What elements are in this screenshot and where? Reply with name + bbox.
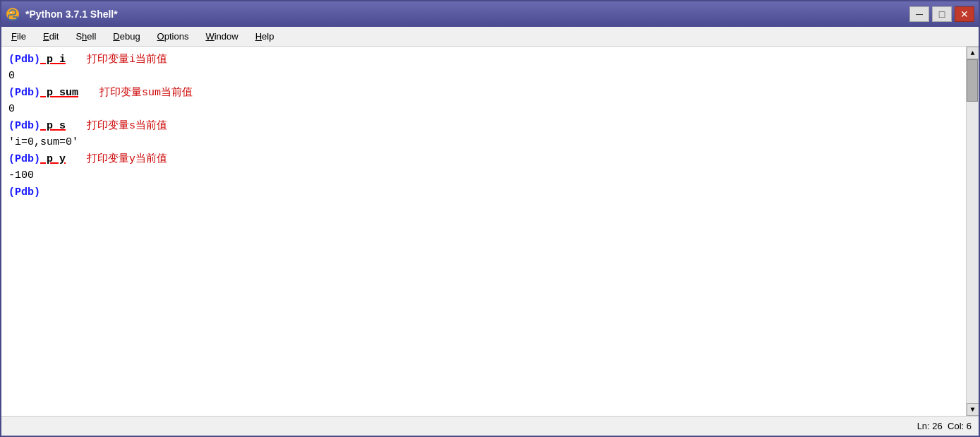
pdb-line-4: (Pdb) p y 打印变量y当前值: [8, 152, 959, 168]
pdb-output-1: 0: [8, 68, 959, 85]
pdb-output-4: -100: [8, 168, 959, 184]
menu-file[interactable]: File: [4, 30, 33, 43]
line-block-4: (Pdb) p y 打印变量y当前值 -100: [8, 152, 959, 184]
menubar: File Edit Shell Debug Options Window Hel…: [1, 27, 979, 47]
scrollbar: ▲ ▼: [966, 47, 979, 416]
window: *Python 3.7.1 Shell* ─ □ ✕ File Edit She…: [0, 0, 980, 437]
pdb-comment-1: 打印变量i当前值: [87, 52, 167, 68]
scrollbar-track[interactable]: [967, 59, 979, 403]
titlebar: *Python 3.7.1 Shell* ─ □ ✕: [1, 1, 979, 27]
close-button[interactable]: ✕: [955, 6, 974, 22]
svg-point-1: [11, 12, 12, 13]
window-title: *Python 3.7.1 Shell*: [25, 8, 118, 20]
restore-button[interactable]: □: [932, 6, 952, 22]
pdb-comment-4: 打印变量y当前值: [87, 152, 167, 168]
scrollbar-thumb[interactable]: [967, 59, 978, 102]
shell-content: (Pdb) p i 打印变量i当前值 0 (Pdb) p sum 打印变量sum…: [1, 47, 979, 416]
menu-edit[interactable]: Edit: [36, 30, 66, 43]
pdb-line-2: (Pdb) p sum 打印变量sum当前值: [8, 85, 959, 102]
pdb-prompt-5: (Pdb): [8, 185, 40, 201]
status-col: Col: 6: [948, 421, 972, 431]
pdb-output-2: 0: [8, 102, 959, 118]
titlebar-left: *Python 3.7.1 Shell*: [6, 7, 118, 21]
pdb-command-4: p y: [40, 152, 66, 168]
pdb-line-5: (Pdb): [8, 185, 959, 201]
pdb-prompt-1: (Pdb): [8, 52, 40, 68]
pdb-command-2: p sum: [40, 85, 78, 102]
menu-options[interactable]: Options: [150, 30, 196, 43]
pdb-line-3: (Pdb) p s 打印变量s当前值: [8, 119, 959, 135]
pdb-comment-2: 打印变量sum当前值: [99, 85, 193, 102]
menu-debug[interactable]: Debug: [106, 30, 147, 43]
line-block-2: (Pdb) p sum 打印变量sum当前值 0: [8, 85, 959, 117]
line-block-5: (Pdb): [8, 185, 959, 201]
scrollbar-up-button[interactable]: ▲: [967, 47, 979, 59]
statusbar: Ln: 26 Col: 6: [1, 416, 979, 436]
python-icon: [6, 7, 20, 21]
line-block-3: (Pdb) p s 打印变量s当前值 'i=0,sum=0': [8, 119, 959, 150]
pdb-output-3: 'i=0,sum=0': [8, 135, 959, 151]
pdb-command-1: p i: [40, 52, 66, 68]
minimize-button[interactable]: ─: [909, 6, 929, 22]
pdb-command-3: p s: [40, 119, 66, 135]
pdb-prompt-4: (Pdb): [8, 152, 40, 168]
menu-window[interactable]: Window: [198, 30, 245, 43]
pdb-prompt-3: (Pdb): [8, 119, 40, 135]
status-ln: Ln: 26: [917, 421, 943, 431]
scrollbar-down-button[interactable]: ▼: [967, 403, 979, 416]
shell-text-area[interactable]: (Pdb) p i 打印变量i当前值 0 (Pdb) p sum 打印变量sum…: [1, 47, 966, 416]
pdb-line-1: (Pdb) p i 打印变量i当前值: [8, 52, 959, 68]
menu-shell[interactable]: Shell: [68, 30, 103, 43]
titlebar-buttons: ─ □ ✕: [909, 6, 974, 22]
pdb-comment-3: 打印变量s当前值: [87, 119, 167, 135]
pdb-prompt-2: (Pdb): [8, 85, 40, 102]
menu-help[interactable]: Help: [248, 30, 282, 43]
line-block-1: (Pdb) p i 打印变量i当前值 0: [8, 52, 959, 84]
